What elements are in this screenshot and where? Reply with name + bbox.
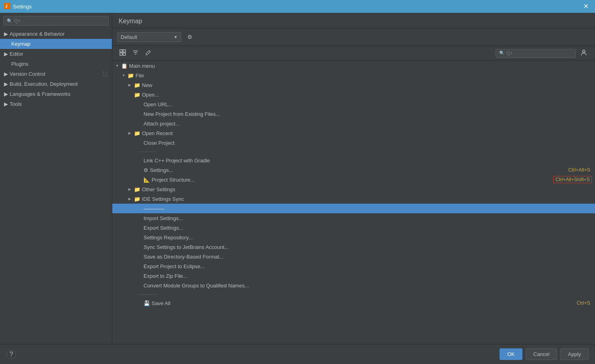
tree-item-label: Close Project [144,140,592,146]
content-area: Keymap Default ▼ ⚙ [112,13,595,344]
tree-item-label: IDE Settings Sync [142,196,592,202]
action-search-input[interactable] [506,51,572,56]
tree-item-main-menu[interactable]: ▼ 📋 Main menu [112,61,595,71]
shortcut-box-label: Ctrl+Alt+Shift+S [553,176,592,183]
sidebar-item-plugins[interactable]: Plugins [0,59,112,69]
help-button[interactable]: ? [6,350,16,359]
close-button[interactable]: ✕ [581,2,591,10]
main-layout: 🔍 ▶ Appearance & Behavior Keymap ▶ Edito… [0,13,595,344]
tree-item-convert-module[interactable]: Convert Module Groups to Qualified Names… [112,281,595,290]
tree-item-label: New [142,82,592,88]
sidebar-item-appearance[interactable]: ▶ Appearance & Behavior [0,29,112,39]
tree-item-label: Export to Zip File... [144,273,592,279]
sidebar-item-build[interactable]: ▶ Build, Execution, Deployment [0,79,112,89]
separator-2[interactable]: ------------ [112,204,595,213]
tree-item-label: Save as Directory-Based Format... [144,254,592,260]
folder-icon: 📁 [134,130,140,136]
sidebar-item-label: Tools [10,101,22,107]
svg-text:J: J [5,4,8,8]
expand-all-button[interactable] [117,48,128,59]
tree-item-save-directory[interactable]: Save as Directory-Based Format... [112,252,595,261]
sidebar-item-label: Version Control [10,71,45,77]
tree-item-new[interactable]: ▶ 📁 New [112,80,595,90]
tree-item-open-url[interactable]: Open URL... [112,99,595,109]
arrow-icon: ▶ [4,71,8,77]
tree-item-project-structure[interactable]: 📐 Project Structure... Ctrl+Alt+Shift+S [112,175,595,184]
tree-arrow-icon: ▶ [128,187,132,191]
svg-rect-4 [120,53,122,55]
keymap-dropdown[interactable]: Default ▼ [117,32,181,42]
tree-item-settings-repo[interactable]: Settings Repository... [112,233,595,242]
version-control-badge: ⬛ [102,71,108,77]
tree-item-settings[interactable]: ⚙ Settings... Ctrl+Alt+S [112,165,595,175]
structure-icon: 📐 [144,177,150,183]
settings-icon: ⚙ [144,167,148,173]
tree-item-sync-settings[interactable]: Sync Settings to JetBrains Account... [112,242,595,252]
filter-button[interactable] [130,48,141,59]
sidebar-item-label: Appearance & Behavior [10,31,65,37]
tree-item-label: Open Recent [142,130,592,136]
shortcut-label: Ctrl+S [577,300,592,306]
tree-item-label: Settings Repository... [144,235,592,241]
sidebar: 🔍 ▶ Appearance & Behavior Keymap ▶ Edito… [0,13,112,344]
sidebar-item-version-control[interactable]: ▶ Version Control ⬛ [0,69,112,79]
tree-item-label: Attach project... [144,121,592,127]
action-search[interactable]: 🔍 [496,49,576,58]
tree-item-ide-settings-sync[interactable]: ▶ 📁 IDE Settings Sync [112,194,595,204]
sidebar-item-keymap[interactable]: Keymap [0,39,112,49]
tree-arrow-icon: ▶ [128,131,132,135]
sidebar-item-editor[interactable]: ▶ Editor [0,49,112,59]
svg-point-9 [583,50,585,53]
tree-item-export-settings[interactable]: Export Settings... [112,223,595,233]
tree-item-label: Export Project to Eclipse... [144,263,592,269]
footer: ? OK Cancel Apply [0,344,595,364]
arrow-icon: ▶ [4,31,8,37]
tree-item-label: ------------ [144,206,592,212]
tree-item-other-settings[interactable]: ▶ 📁 Other Settings [112,184,595,194]
tree-item-label: Sync Settings to JetBrains Account... [144,244,592,250]
tree-item-open[interactable]: 📁 Open... [112,90,595,99]
tree-item-label: Import Settings... [144,215,592,221]
tree-item-new-project[interactable]: New Project from Existing Files... [112,109,595,119]
tree-item-label: New Project from Existing Files... [144,111,592,117]
tree-item-save-all[interactable]: 💾 Save All Ctrl+S [112,298,595,308]
arrow-icon: ▶ [4,51,8,57]
keymap-selected: Default [121,34,137,40]
search-icon: 🔍 [499,51,505,56]
tree-container[interactable]: ▼ 📋 Main menu ▼ 📁 File ▶ 📁 New [112,61,595,344]
dropdown-arrow-icon: ▼ [174,35,178,39]
folder-icon: 📁 [128,73,134,79]
cancel-button[interactable]: Cancel [526,348,557,360]
edit-button[interactable] [143,48,154,59]
tree-item-label: Other Settings [142,186,592,192]
sidebar-item-tools[interactable]: ▶ Tools [0,99,112,109]
tree-item-import-settings[interactable]: Import Settings... [112,213,595,223]
sidebar-item-languages[interactable]: ▶ Languages & Frameworks [0,89,112,99]
apply-button[interactable]: Apply [560,348,589,360]
person-button[interactable] [577,47,590,59]
sidebar-item-label: Plugins [11,61,28,67]
sidebar-search[interactable]: 🔍 [3,16,109,26]
tree-item-file[interactable]: ▼ 📁 File [112,71,595,80]
folder-icon: 📋 [121,63,128,69]
tree-item-label: Convert Module Groups to Qualified Names… [144,283,592,289]
tree-item-export-zip[interactable]: Export to Zip File... [112,271,595,281]
ok-button[interactable]: OK [500,348,522,360]
tree-item-close-project[interactable]: Close Project [112,138,595,148]
tree-item-attach-project[interactable]: Attach project... [112,119,595,128]
tree-item-label: Main menu [129,63,592,69]
titlebar-left: J Settings [4,3,32,10]
tree-item-export-eclipse[interactable]: Export Project to Eclipse... [112,261,595,271]
keymap-gear-button[interactable]: ⚙ [184,32,195,42]
tree-item-open-recent[interactable]: ▶ 📁 Open Recent [112,128,595,138]
folder-icon: 📁 [134,82,140,88]
tree-item-label: Settings... [150,167,568,173]
tree-item-link-cpp[interactable]: Link C++ Project with Gradle [112,156,595,165]
search-icon: 🔍 [7,18,12,24]
content-title: Keymap [112,13,595,28]
action-toolbar: 🔍 [112,46,595,61]
sidebar-search-input[interactable] [14,18,105,24]
tree-item-label: Open URL... [144,101,592,107]
tree-item-label: Link C++ Project with Gradle [144,158,592,164]
arrow-icon: ▶ [4,91,8,97]
